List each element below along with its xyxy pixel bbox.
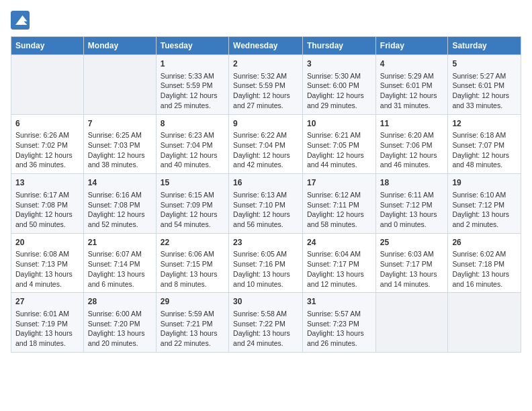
day-number: 6 <box>15 118 79 130</box>
day-number: 1 <box>161 58 224 70</box>
day-cell: 3Sunrise: 5:30 AMSunset: 6:00 PMDaylight… <box>303 55 376 115</box>
day-number: 4 <box>380 58 444 70</box>
day-cell: 31Sunrise: 5:57 AMSunset: 7:23 PMDayligh… <box>303 293 376 353</box>
day-cell: 23Sunrise: 6:05 AMSunset: 7:16 PMDayligh… <box>229 233 303 293</box>
day-number: 13 <box>15 177 79 189</box>
day-info: Sunrise: 5:59 AMSunset: 7:21 PMDaylight:… <box>161 309 224 349</box>
day-number: 26 <box>452 237 517 248</box>
day-info: Sunrise: 6:12 AMSunset: 7:11 PMDaylight:… <box>307 190 371 230</box>
day-cell: 30Sunrise: 5:58 AMSunset: 7:22 PMDayligh… <box>229 293 303 353</box>
day-cell: 7Sunrise: 6:25 AMSunset: 7:03 PMDaylight… <box>83 114 156 174</box>
header-cell-sunday: Sunday <box>11 37 84 55</box>
header-cell-wednesday: Wednesday <box>229 37 303 55</box>
day-number: 20 <box>15 237 79 248</box>
day-info: Sunrise: 5:33 AMSunset: 5:59 PMDaylight:… <box>161 71 224 111</box>
day-info: Sunrise: 6:04 AMSunset: 7:17 PMDaylight:… <box>307 249 371 289</box>
day-info: Sunrise: 6:08 AMSunset: 7:13 PMDaylight:… <box>15 249 79 289</box>
header-cell-tuesday: Tuesday <box>156 37 228 55</box>
calendar-table: SundayMondayTuesdayWednesdayThursdayFrid… <box>11 36 521 353</box>
day-cell: 19Sunrise: 6:10 AMSunset: 7:12 PMDayligh… <box>448 174 521 234</box>
day-cell: 14Sunrise: 6:16 AMSunset: 7:08 PMDayligh… <box>83 174 156 234</box>
week-row-3: 20Sunrise: 6:08 AMSunset: 7:13 PMDayligh… <box>11 233 521 293</box>
day-info: Sunrise: 6:06 AMSunset: 7:15 PMDaylight:… <box>161 249 224 289</box>
day-cell: 18Sunrise: 6:11 AMSunset: 7:12 PMDayligh… <box>375 174 448 234</box>
day-cell: 5Sunrise: 5:27 AMSunset: 6:01 PMDaylight… <box>448 55 521 115</box>
day-cell: 6Sunrise: 6:26 AMSunset: 7:02 PMDaylight… <box>11 114 84 174</box>
day-info: Sunrise: 6:23 AMSunset: 7:04 PMDaylight:… <box>161 130 224 170</box>
week-row-0: 1Sunrise: 5:33 AMSunset: 5:59 PMDaylight… <box>11 55 521 115</box>
day-cell: 16Sunrise: 6:13 AMSunset: 7:10 PMDayligh… <box>229 174 303 234</box>
day-cell: 8Sunrise: 6:23 AMSunset: 7:04 PMDaylight… <box>156 114 228 174</box>
day-number: 14 <box>88 177 152 189</box>
day-info: Sunrise: 5:30 AMSunset: 6:00 PMDaylight:… <box>307 71 371 111</box>
day-number: 21 <box>88 237 152 248</box>
day-info: Sunrise: 6:13 AMSunset: 7:10 PMDaylight:… <box>233 190 298 230</box>
day-cell <box>83 55 156 115</box>
day-number: 31 <box>307 296 371 308</box>
day-info: Sunrise: 6:21 AMSunset: 7:05 PMDaylight:… <box>307 130 371 170</box>
day-cell: 27Sunrise: 6:01 AMSunset: 7:19 PMDayligh… <box>11 293 84 353</box>
day-cell <box>448 293 521 353</box>
day-info: Sunrise: 5:32 AMSunset: 5:59 PMDaylight:… <box>233 71 298 111</box>
day-number: 18 <box>380 177 444 189</box>
day-info: Sunrise: 6:05 AMSunset: 7:16 PMDaylight:… <box>233 249 298 289</box>
day-number: 12 <box>452 118 517 130</box>
day-cell <box>11 55 84 115</box>
day-info: Sunrise: 6:20 AMSunset: 7:06 PMDaylight:… <box>380 130 444 170</box>
day-number: 16 <box>233 177 298 189</box>
day-cell: 28Sunrise: 6:00 AMSunset: 7:20 PMDayligh… <box>83 293 156 353</box>
day-cell: 22Sunrise: 6:06 AMSunset: 7:15 PMDayligh… <box>156 233 228 293</box>
day-info: Sunrise: 6:01 AMSunset: 7:19 PMDaylight:… <box>15 309 79 349</box>
day-number: 28 <box>88 296 152 308</box>
header-row: SundayMondayTuesdayWednesdayThursdayFrid… <box>11 37 521 55</box>
header-cell-friday: Friday <box>375 37 448 55</box>
day-info: Sunrise: 6:10 AMSunset: 7:12 PMDaylight:… <box>452 190 517 230</box>
logo <box>11 11 32 30</box>
day-info: Sunrise: 6:00 AMSunset: 7:20 PMDaylight:… <box>88 309 152 349</box>
day-cell: 21Sunrise: 6:07 AMSunset: 7:14 PMDayligh… <box>83 233 156 293</box>
day-cell: 13Sunrise: 6:17 AMSunset: 7:08 PMDayligh… <box>11 174 84 234</box>
day-info: Sunrise: 6:16 AMSunset: 7:08 PMDaylight:… <box>88 190 152 230</box>
day-number: 23 <box>233 237 298 248</box>
day-cell: 9Sunrise: 6:22 AMSunset: 7:04 PMDaylight… <box>229 114 303 174</box>
day-cell: 25Sunrise: 6:03 AMSunset: 7:17 PMDayligh… <box>375 233 448 293</box>
day-info: Sunrise: 5:27 AMSunset: 6:01 PMDaylight:… <box>452 71 517 111</box>
logo-icon <box>11 11 30 30</box>
day-number: 29 <box>161 296 224 308</box>
day-number: 15 <box>161 177 224 189</box>
day-cell: 26Sunrise: 6:02 AMSunset: 7:18 PMDayligh… <box>448 233 521 293</box>
day-cell: 12Sunrise: 6:18 AMSunset: 7:07 PMDayligh… <box>448 114 521 174</box>
day-cell: 2Sunrise: 5:32 AMSunset: 5:59 PMDaylight… <box>229 55 303 115</box>
day-number: 22 <box>161 237 224 248</box>
day-info: Sunrise: 5:29 AMSunset: 6:01 PMDaylight:… <box>380 71 444 111</box>
day-info: Sunrise: 6:17 AMSunset: 7:08 PMDaylight:… <box>15 190 79 230</box>
week-row-1: 6Sunrise: 6:26 AMSunset: 7:02 PMDaylight… <box>11 114 521 174</box>
day-cell: 24Sunrise: 6:04 AMSunset: 7:17 PMDayligh… <box>303 233 376 293</box>
week-row-4: 27Sunrise: 6:01 AMSunset: 7:19 PMDayligh… <box>11 293 521 353</box>
day-number: 25 <box>380 237 444 248</box>
day-info: Sunrise: 5:57 AMSunset: 7:23 PMDaylight:… <box>307 309 371 349</box>
day-number: 5 <box>452 58 517 70</box>
day-cell: 10Sunrise: 6:21 AMSunset: 7:05 PMDayligh… <box>303 114 376 174</box>
day-cell: 17Sunrise: 6:12 AMSunset: 7:11 PMDayligh… <box>303 174 376 234</box>
calendar-body: 1Sunrise: 5:33 AMSunset: 5:59 PMDaylight… <box>11 55 521 353</box>
day-number: 9 <box>233 118 298 130</box>
header-cell-thursday: Thursday <box>303 37 376 55</box>
day-info: Sunrise: 6:26 AMSunset: 7:02 PMDaylight:… <box>15 130 79 170</box>
day-info: Sunrise: 6:18 AMSunset: 7:07 PMDaylight:… <box>452 130 517 170</box>
day-number: 7 <box>88 118 152 130</box>
week-row-2: 13Sunrise: 6:17 AMSunset: 7:08 PMDayligh… <box>11 174 521 234</box>
day-info: Sunrise: 6:22 AMSunset: 7:04 PMDaylight:… <box>233 130 298 170</box>
day-cell: 20Sunrise: 6:08 AMSunset: 7:13 PMDayligh… <box>11 233 84 293</box>
day-number: 8 <box>161 118 224 130</box>
day-number: 11 <box>380 118 444 130</box>
day-number: 2 <box>233 58 298 70</box>
day-info: Sunrise: 6:02 AMSunset: 7:18 PMDaylight:… <box>452 249 517 289</box>
day-cell: 1Sunrise: 5:33 AMSunset: 5:59 PMDaylight… <box>156 55 228 115</box>
header-cell-monday: Monday <box>83 37 156 55</box>
page-header <box>11 11 521 30</box>
header-cell-saturday: Saturday <box>448 37 521 55</box>
day-cell: 29Sunrise: 5:59 AMSunset: 7:21 PMDayligh… <box>156 293 228 353</box>
day-number: 30 <box>233 296 298 308</box>
calendar-header: SundayMondayTuesdayWednesdayThursdayFrid… <box>11 37 521 55</box>
